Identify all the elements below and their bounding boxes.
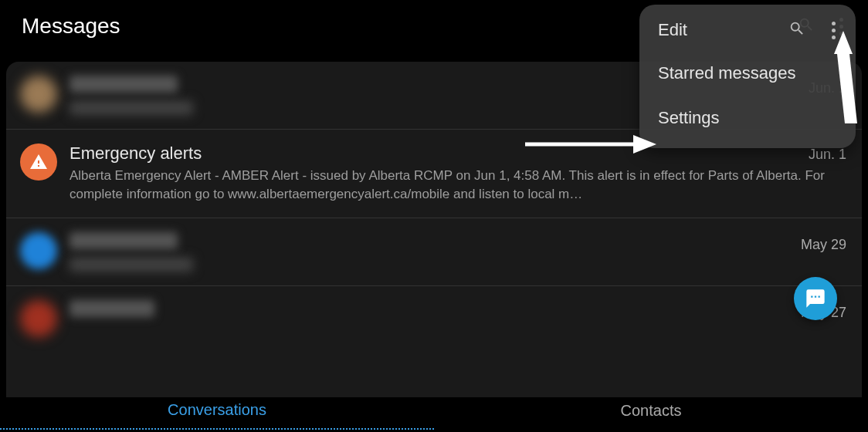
avatar: [20, 143, 57, 181]
compose-button[interactable]: [794, 277, 837, 320]
more-options-icon[interactable]: [829, 22, 839, 39]
avatar: [20, 76, 57, 113]
conversation-preview-redacted: [70, 101, 193, 115]
menu-item-settings[interactable]: Settings: [639, 96, 856, 140]
search-icon[interactable]: [788, 20, 805, 40]
menu-item-starred[interactable]: Starred messages: [639, 51, 856, 96]
menu-item-edit[interactable]: Edit: [658, 20, 687, 40]
chat-bubble-icon: [805, 288, 826, 309]
conversation-row[interactable]: May 29: [6, 218, 862, 286]
avatar: [20, 300, 57, 337]
conversation-row[interactable]: May 27: [6, 286, 862, 351]
page-title: Messages: [22, 14, 120, 39]
conversation-title: Emergency alerts: [70, 143, 202, 164]
overflow-menu: Edit Starred messages Settings: [639, 5, 856, 148]
tab-contacts[interactable]: Contacts: [434, 393, 868, 429]
tab-conversations[interactable]: Conversations: [0, 392, 434, 430]
bottom-nav: Conversations Contacts: [0, 389, 868, 432]
warning-triangle-icon: [29, 153, 48, 171]
conversation-title-redacted: [70, 300, 154, 317]
conversation-title-redacted: [70, 76, 178, 93]
conversation-date: May 29: [793, 237, 846, 253]
conversation-preview-redacted: [70, 258, 193, 272]
conversation-date: Jun. 1: [801, 147, 846, 163]
conversation-preview: Alberta Emergency Alert - AMBER Alert - …: [70, 167, 846, 204]
conversation-title-redacted: [70, 232, 178, 249]
avatar: [20, 232, 57, 269]
